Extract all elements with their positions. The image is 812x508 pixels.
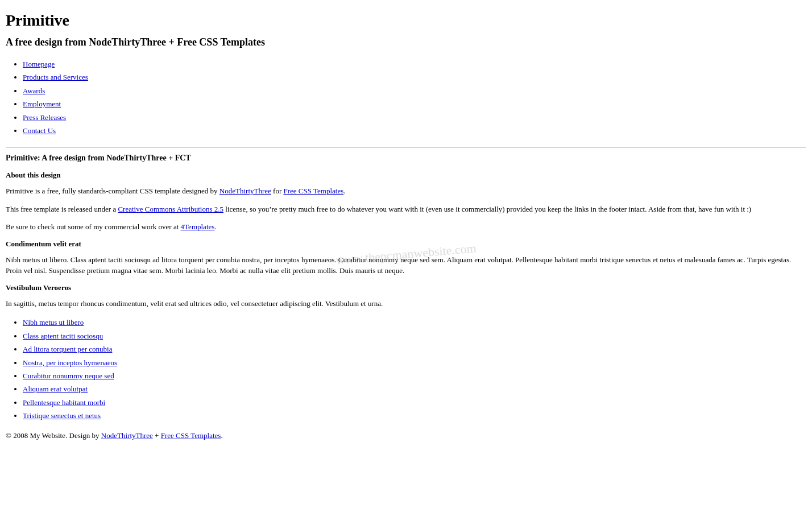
para3-after: . — [214, 222, 216, 231]
para-design: Primitive is a free, fully standards-com… — [6, 185, 806, 197]
list-item-5: Curabitur nonummy neque sed — [23, 369, 806, 382]
link-cc[interactable]: Creative Commons Attributions 2.5 — [118, 205, 223, 213]
content-link-2[interactable]: Class aptent taciti sociosqu — [23, 332, 103, 340]
content-link-5[interactable]: Curabitur nonummy neque sed — [23, 371, 114, 380]
about-heading: About this design — [6, 171, 806, 180]
content-link-8[interactable]: Tristique senectus et netus — [23, 411, 101, 420]
nav-item-employment: Employment — [23, 97, 806, 110]
footer-link-nodethirtythree[interactable]: NodeThirtyThree — [101, 431, 153, 440]
vestibulum-heading: Vestibulum Veroeros — [6, 283, 806, 292]
nav-item-homepage: Homepage — [23, 57, 806, 71]
list-item-3: Ad litora torquent per conubia — [23, 342, 806, 356]
para3-before: Be sure to check out some of my commerci… — [6, 222, 181, 231]
nav-link-products[interactable]: Products and Services — [23, 73, 88, 81]
list-item-8: Tristique senectus et netus — [23, 409, 806, 422]
footer: © 2008 My Website. Design by NodeThirtyT… — [6, 431, 806, 440]
nav-item-awards: Awards — [23, 84, 806, 97]
list-item-7: Pellentesque habitant morbi — [23, 396, 806, 409]
list-item-2: Class aptent taciti sociosqu — [23, 329, 806, 342]
para1-middle: for — [271, 187, 284, 195]
content-link-7[interactable]: Pellentesque habitant morbi — [23, 398, 105, 407]
nav-link-awards[interactable]: Awards — [23, 86, 45, 95]
para1-before: Primitive is a free, fully standards-com… — [6, 187, 219, 195]
para-commercial: Be sure to check out some of my commerci… — [6, 221, 806, 233]
nav-link-press[interactable]: Press Releases — [23, 113, 66, 122]
page-heading: Primitive: A free design from NodeThirty… — [6, 147, 806, 163]
nav-item-products: Products and Services — [23, 71, 806, 84]
footer-link-freecss[interactable]: Free CSS Templates — [161, 431, 221, 440]
list-item-6: Aliquam erat volutpat — [23, 382, 806, 395]
content-link-6[interactable]: Aliquam erat volutpat — [23, 385, 88, 393]
link-freecss[interactable]: Free CSS Templates — [284, 187, 344, 195]
nav-item-contact: Contact Us — [23, 124, 806, 137]
nav-link-contact[interactable]: Contact Us — [23, 126, 56, 135]
condimentum-text: Nibh metus ut libero. Class aptent tacit… — [6, 254, 806, 276]
link-4templates[interactable]: 4Templates — [181, 222, 215, 231]
list-item-1: Nibh metus ut libero — [23, 316, 806, 329]
link-nodethirtythree[interactable]: NodeThirtyThree — [219, 187, 271, 195]
content-link-1[interactable]: Nibh metus ut libero — [23, 318, 84, 327]
nav-item-press: Press Releases — [23, 111, 806, 124]
condimentum-heading: Condimentum velit erat — [6, 239, 806, 249]
para2-after: license, so you’re pretty much free to d… — [223, 205, 751, 213]
para-license: This free template is released under a C… — [6, 204, 806, 215]
nav-link-employment[interactable]: Employment — [23, 100, 61, 108]
para1-after: . — [343, 187, 345, 195]
footer-before: © 2008 My Website. Design by — [6, 431, 101, 440]
list-item-4: Nostra, per inceptos hymenaeos — [23, 356, 806, 369]
vestibulum-text: In sagittis, metus tempor rhoncus condim… — [6, 298, 806, 309]
nav-link-homepage[interactable]: Homepage — [23, 60, 55, 68]
site-subtitle: A free design from NodeThirtyThree + Fre… — [6, 36, 806, 48]
footer-middle: + — [153, 431, 161, 440]
content-link-4[interactable]: Nostra, per inceptos hymenaeos — [23, 358, 117, 367]
footer-after: . — [221, 431, 222, 440]
para2-before: This free template is released under a — [6, 205, 118, 213]
content-list: Nibh metus ut libero Class aptent taciti… — [23, 316, 806, 422]
nav-list: Homepage Products and Services Awards Em… — [23, 57, 806, 137]
site-title: Primitive — [6, 11, 806, 30]
content-link-3[interactable]: Ad litora torquent per conubia — [23, 345, 112, 353]
